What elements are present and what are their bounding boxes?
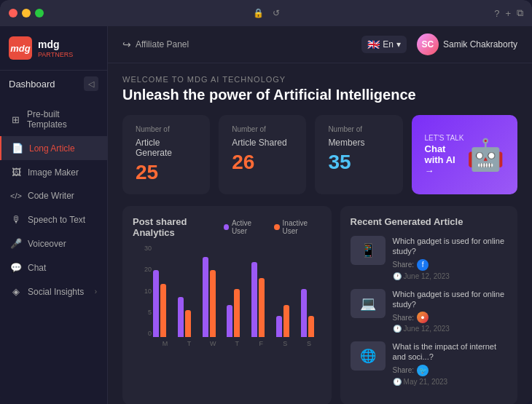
share-label-3: Share: [393, 366, 414, 374]
chat-label: Chat [28, 263, 46, 273]
social-icon: ◈ [10, 286, 22, 297]
ai-lets-talk: LET'S TALK [425, 134, 466, 142]
voiceover-icon: 🎤 [10, 238, 22, 249]
article-text-3: What is the impact of internet and soci.… [393, 341, 507, 363]
ai-cta[interactable]: Chat with AI → [425, 143, 466, 176]
inactive-user-dot [274, 224, 279, 230]
speech-label: Speech to Text [28, 215, 85, 225]
y-label-10: 10 [144, 288, 152, 295]
question-icon[interactable]: ? [494, 8, 499, 19]
logo-subtext: PARTNERS [38, 51, 73, 58]
bar-purple-0 [153, 270, 159, 337]
sidebar-item-pre-built[interactable]: ⊞ Pre-built Templates [0, 103, 107, 136]
chart-area: 30 20 10 5 0 [133, 245, 321, 337]
language-selector[interactable]: 🇬🇧 En ▾ [361, 36, 407, 53]
sidebar-item-voiceover[interactable]: 🎤 Voiceover [0, 231, 107, 256]
chart-header: Post shared Analytics Active User Inacti… [133, 216, 321, 238]
active-user-label: Active User [232, 219, 265, 235]
topbar: ↪ Affiliate Panel 🇬🇧 En ▾ SC Samik Chakr… [108, 26, 532, 63]
sidebar-item-image-maker[interactable]: 🖼 Image Maker [0, 160, 107, 184]
image-maker-icon: 🖼 [10, 167, 22, 178]
topbar-breadcrumb: ↪ Affiliate Panel [122, 39, 189, 50]
facebook-share-icon-1[interactable]: f [417, 259, 429, 271]
article-text-1: Which gadget is used for online study? [393, 236, 507, 257]
app-container: mdg mdg PARTNERS Dashboard ◁ ⊞ Pre-built… [0, 26, 532, 404]
article-thumb-1: 📱 [351, 236, 386, 265]
article-share-row-2: Share: ● [393, 312, 507, 323]
bar-purple-2 [203, 257, 208, 337]
article-share-row-3: Share: 🐦 [393, 365, 507, 376]
multi-share-icon-3[interactable]: 🐦 [417, 365, 429, 376]
affiliate-icon: ↪ [122, 39, 131, 50]
minimize-button[interactable] [22, 9, 31, 17]
logo-text-container: mdg PARTNERS [38, 38, 73, 58]
stat-shared-label: Number of [232, 125, 293, 133]
bar-group-3 [227, 257, 247, 337]
stat-members-label: Number of [328, 125, 389, 133]
titlebar: 🔒 ↺ ? + ⧉ [0, 0, 532, 26]
bar-orange-0 [160, 284, 166, 337]
sidebar-item-social[interactable]: ◈ Social Insights › [0, 280, 107, 304]
pre-built-label: Pre-built Templates [27, 109, 97, 130]
stat-shared-value: 26 [232, 151, 254, 173]
logo-text: mdg [38, 39, 60, 50]
sidebar-item-code-writer[interactable]: </> Code Writer [0, 184, 107, 207]
bar-chart: 30 20 10 5 0 M T W T [133, 245, 321, 347]
user-badge[interactable]: SC Samik Chakraborty [417, 33, 517, 55]
sidebar-dashboard-label[interactable]: Dashboard [9, 79, 55, 90]
bar-purple-5 [276, 316, 282, 337]
bar-group-5 [276, 257, 297, 337]
stats-row: Number of Article Generate 25 Number of … [122, 115, 517, 194]
bar-orange-5 [283, 305, 289, 337]
article-info-3: What is the impact of internet and soci.… [393, 341, 507, 386]
maximize-button[interactable] [35, 9, 44, 17]
article-info-1: Which gadget is used for online study? S… [393, 236, 507, 280]
voiceover-label: Voiceover [28, 239, 66, 249]
lang-chevron-icon: ▾ [396, 39, 401, 49]
sidebar-logo: mdg mdg PARTNERS [0, 26, 107, 71]
sidebar-toggle-button[interactable]: ◁ [84, 76, 98, 91]
article-item-1[interactable]: 📱 Which gadget is used for online study?… [351, 236, 507, 280]
chart-legend: Active User Inactive User [224, 219, 321, 235]
multi-share-icon-2[interactable]: ● [417, 312, 429, 323]
user-name: Samik Chakraborty [443, 39, 517, 49]
x-axis: M T W T F S S [133, 340, 321, 347]
bar-group-4 [251, 257, 272, 337]
titlebar-actions: ? + ⧉ [494, 7, 523, 19]
bar-orange-6 [308, 316, 314, 337]
add-tab-icon[interactable]: + [505, 8, 511, 19]
sidebar-item-long-article[interactable]: 📄 Long Article [0, 136, 107, 160]
sidebar-item-speech[interactable]: 🎙 Speech to Text [0, 207, 107, 231]
bar-group-6 [301, 257, 321, 337]
chart-title: Post shared Analytics [133, 216, 224, 238]
ai-card[interactable]: LET'S TALK Chat with AI → 🤖 [412, 115, 517, 194]
sidebar-nav: ⊞ Pre-built Templates 📄 Long Article 🖼 I… [0, 97, 107, 404]
close-button[interactable] [9, 9, 17, 17]
social-nav-left: ◈ Social Insights [10, 286, 84, 297]
y-label-0: 0 [148, 330, 152, 337]
bar-group-1 [178, 257, 198, 337]
clock-icon-1: 🕐 [393, 272, 402, 280]
code-writer-label: Code Writer [28, 191, 74, 201]
legend-active: Active User [224, 219, 266, 235]
x-label-t2: T [225, 340, 249, 347]
x-label-f: F [249, 340, 273, 347]
sidebar: mdg mdg PARTNERS Dashboard ◁ ⊞ Pre-built… [0, 26, 108, 404]
stat-generate-value: 25 [136, 161, 158, 183]
content-area: WELCOME TO MDG AI TECHNOLOGY Unleash the… [108, 63, 532, 404]
ai-robot-icon: 🤖 [466, 137, 504, 173]
article-item-3[interactable]: 🌐 What is the impact of internet and soc… [351, 341, 507, 386]
lock-icon: 🔒 [253, 8, 264, 18]
article-item-2[interactable]: 💻 Which gadget is used for online study?… [351, 289, 507, 333]
reload-icon[interactable]: ↺ [273, 8, 280, 18]
clock-icon-3: 🕐 [393, 378, 402, 386]
x-label-m: M [153, 340, 177, 347]
sidebar-item-chat[interactable]: 💬 Chat [0, 256, 107, 280]
windows-icon[interactable]: ⧉ [517, 7, 523, 19]
article-text-2: Which gadget is used for online study? [393, 289, 507, 310]
articles-card: Recent Generated Article 📱 Which gadget … [340, 206, 517, 404]
articles-title: Recent Generated Article [351, 216, 507, 227]
chart-card: Post shared Analytics Active User Inacti… [122, 206, 332, 404]
avatar: SC [417, 33, 439, 55]
address-bar[interactable]: 🔒 ↺ [253, 8, 280, 18]
